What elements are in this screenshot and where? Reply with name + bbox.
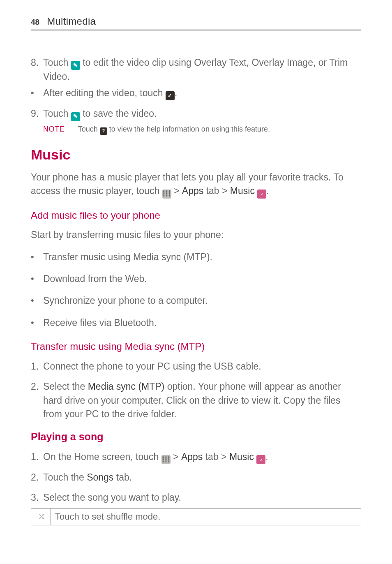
add-files-intro: Start by transferring music files to you… [31, 228, 361, 242]
shuffle-icon-cell: ⤮ [31, 508, 51, 525]
playing-s3-text: Select the song you want to play. [43, 492, 181, 503]
playing-step-1: 1. On the Home screen, touch ┇┇┇ > Apps … [31, 450, 361, 464]
dot-1: . [266, 185, 269, 196]
shuffle-desc-cell: Touch to set shuffle mode. [51, 508, 361, 525]
gt-1: > [171, 185, 182, 196]
transfer-s1-text: Connect the phone to your PC using the U… [43, 361, 261, 372]
songs-bold: Songs [87, 472, 113, 483]
table-row: ⤮ Touch to set shuffle mode. [31, 508, 361, 525]
playing-s1-marker: 1. [31, 450, 39, 464]
step-8-text-2: to edit the video clip using Overlay Tex… [43, 57, 348, 82]
music-word-2: Music [229, 451, 254, 462]
step-9: 9. Touch ✎ to save the video. [31, 107, 361, 121]
add-files-b3: Synchronize your phone to a computer. [31, 294, 361, 307]
save-video-icon: ✎ [71, 112, 80, 121]
section-title: Multimedia [47, 16, 96, 27]
step-8-marker: 8. [31, 56, 39, 69]
step-8-text-1: Touch [43, 57, 71, 68]
playing-s2-t2: tab. [113, 472, 132, 483]
add-files-b4: Receive files via Bluetooth. [31, 316, 361, 330]
transfer-s2-marker: 2. [31, 380, 39, 393]
transfer-step-2: 2. Select the Media sync (MTP) option. Y… [31, 380, 361, 421]
music-app-icon-2: ♪ [256, 455, 265, 464]
playing-step-3: 3. Select the song you want to play. [31, 491, 361, 504]
music-app-icon: ♪ [257, 190, 266, 199]
note-row: NOTE Touch ? to view the help informatio… [31, 124, 361, 135]
playing-heading: Playing a song [31, 429, 361, 444]
after-edit-bullet: After editing the video, touch ✓. [31, 86, 361, 100]
note-text-2: to view the help information on using th… [107, 125, 270, 133]
transfer-s1-marker: 1. [31, 360, 39, 373]
tab-2: tab > [203, 451, 229, 462]
page-header: 48 Multimedia [31, 16, 361, 30]
note-text-1: Touch [78, 125, 100, 133]
step-9-text-1: Touch [43, 108, 71, 119]
tab-1: tab > [203, 185, 230, 196]
edit-clip-icon: ✎ [71, 61, 80, 70]
add-files-heading: Add music files to your phone [31, 208, 361, 223]
help-icon: ? [100, 127, 107, 135]
add-files-b2: Download from the Web. [31, 272, 361, 286]
transfer-s2-t1: Select the [43, 381, 88, 392]
step-9-marker: 9. [31, 107, 39, 120]
apps-grid-icon-2: ┇┇┇ [161, 455, 171, 464]
page: 48 Multimedia 8. Touch ✎ to edit the vid… [0, 0, 392, 550]
music-heading: Music [31, 145, 361, 165]
transfer-heading: Transfer music using Media sync (MTP) [31, 340, 361, 354]
confirm-icon: ✓ [166, 91, 175, 100]
playing-s2-marker: 2. [31, 471, 39, 484]
transfer-step-1: 1. Connect the phone to your PC using th… [31, 360, 361, 373]
playing-s1-t1: On the Home screen, touch [43, 451, 161, 462]
add-files-b1: Transfer music using Media sync (MTP). [31, 250, 361, 264]
content-body: 8. Touch ✎ to edit the video clip using … [31, 56, 361, 525]
apps-word-1: Apps [182, 185, 203, 196]
music-intro: Your phone has a music player that lets … [31, 171, 361, 199]
music-word-1: Music [230, 185, 255, 196]
apps-grid-icon: ┇┇┇ [162, 190, 171, 199]
gt-2: > [171, 451, 181, 462]
note-label: NOTE [43, 125, 65, 133]
after-edit-text-2: . [175, 88, 177, 98]
step-9-text-2: to save the video. [80, 108, 157, 119]
apps-word-2: Apps [181, 451, 203, 462]
shuffle-icon: ⤮ [38, 511, 44, 522]
step-8: 8. Touch ✎ to edit the video clip using … [31, 56, 361, 84]
dot-2: . [265, 451, 268, 462]
after-edit-text-1: After editing the video, touch [43, 88, 166, 98]
playing-step-2: 2. Touch the Songs tab. [31, 471, 361, 484]
playing-s3-marker: 3. [31, 491, 39, 504]
controls-table: ⤮ Touch to set shuffle mode. [31, 508, 361, 525]
playing-s2-t1: Touch the [43, 472, 87, 483]
media-sync-bold: Media sync (MTP) [88, 381, 165, 392]
page-number: 48 [31, 18, 39, 27]
